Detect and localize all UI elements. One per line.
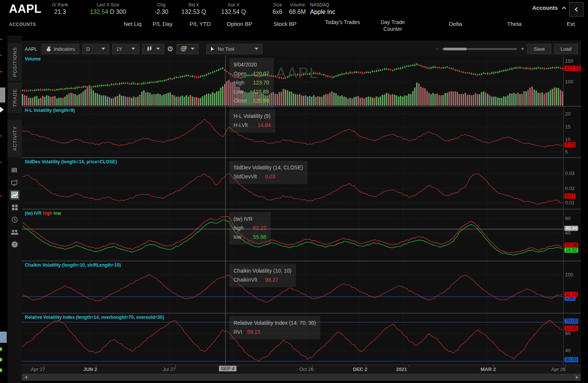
indicators-button[interactable]: Indicators bbox=[42, 44, 79, 54]
axis-badge: 11.12 bbox=[564, 292, 578, 297]
sidebar-tab-trade[interactable]: TRADE bbox=[8, 82, 22, 113]
cursor-icon bbox=[210, 46, 215, 52]
account-column-p-l-ytd: P/L YTD bbox=[179, 21, 221, 27]
panel-label: StdDev Volatility (length=14, price=CLOS… bbox=[25, 159, 117, 164]
panel-separator[interactable] bbox=[22, 261, 581, 261]
account-column-day-trade-counter: Day Trade Counter bbox=[372, 19, 413, 32]
time-axis-label: 2021 bbox=[396, 366, 407, 372]
ohlc-tooltip: 9/04/2020 Open120.07 High123.70 Low110.8… bbox=[229, 58, 274, 108]
axis-badge: 0.01 bbox=[564, 193, 576, 199]
study-tooltip: Chaikin Volatility (10, 10) ChaikinVlt98… bbox=[229, 264, 296, 287]
axis-tick: 100 bbox=[565, 79, 573, 84]
chart-toolbar: AAPL Indicators D 1Y ⚙ No Tool bbox=[22, 42, 581, 56]
chart-watermark: AAPL bbox=[276, 65, 319, 81]
stat-ask: Ask X 132.54 Q bbox=[209, 2, 258, 15]
chart-type-dropdown[interactable] bbox=[142, 44, 164, 54]
ivr-plot[interactable] bbox=[22, 210, 563, 261]
watchlist-icon[interactable] bbox=[10, 165, 20, 175]
panel-label: Relative Volatility Index (length=14, ov… bbox=[25, 315, 164, 320]
horizontal-scrollbar[interactable] bbox=[22, 374, 581, 381]
scroll-left-button[interactable] bbox=[22, 374, 29, 380]
axis-badge: 62.65 bbox=[564, 326, 578, 331]
study-tooltip: StdDev Volatility (14, CLOSE) StdDevVlt0… bbox=[229, 161, 308, 184]
chevron-down-icon bbox=[255, 48, 258, 50]
panel-label: H-L Volatility (length=9) bbox=[25, 108, 75, 113]
people-icon[interactable] bbox=[10, 227, 20, 237]
grid-icon[interactable] bbox=[10, 202, 20, 212]
axis-badge: 7.72 bbox=[564, 142, 576, 148]
time-axis-label: MAR 2 bbox=[481, 366, 496, 372]
axis-tick: 40 bbox=[565, 348, 570, 353]
panel-rvi[interactable]: Relative Volatility Index (length=14, ov… bbox=[22, 314, 563, 365]
axis-tick: 0.03 bbox=[565, 170, 574, 176]
chart-settings-button[interactable]: ⚙ bbox=[167, 45, 173, 53]
time-axis-label: Jul 27 bbox=[163, 366, 176, 372]
panel-ivr[interactable]: (tw) IVR high low (tw) IVR high62.22 low… bbox=[22, 210, 563, 261]
account-column-theta: Theta bbox=[494, 21, 535, 27]
triangle-left-icon bbox=[25, 376, 27, 379]
chevron-down-icon bbox=[101, 48, 105, 50]
axis-tick: 5 bbox=[565, 149, 568, 155]
axis-badge: 30.00 bbox=[564, 357, 578, 362]
period-dropdown[interactable]: D bbox=[82, 44, 109, 54]
history-icon[interactable] bbox=[10, 215, 20, 225]
accounts-button[interactable]: Accounts bbox=[532, 5, 566, 11]
account-column-delta: Delta bbox=[435, 21, 476, 27]
zoom-out-button[interactable]: - bbox=[436, 45, 438, 52]
panel-separator[interactable] bbox=[22, 157, 581, 158]
load-button[interactable]: Load bbox=[554, 44, 578, 54]
hl-volatility-plot[interactable] bbox=[22, 107, 563, 157]
account-column-ext: Ext bbox=[550, 21, 588, 27]
help-icon[interactable]: ? bbox=[10, 240, 20, 249]
panel-label: (tw) IVR high low bbox=[25, 211, 61, 216]
zoom-slider[interactable] bbox=[442, 48, 517, 50]
axis-tick: 40 bbox=[565, 230, 570, 236]
panel-stddev-volatility[interactable]: StdDev Volatility (length=14, price=CLOS… bbox=[22, 158, 563, 209]
triangle-right-icon bbox=[576, 376, 578, 379]
sidebar-tab-activity[interactable]: ACTIVITY bbox=[8, 120, 22, 157]
grid-layout-dropdown[interactable] bbox=[176, 44, 199, 54]
panel-hl-volatility[interactable]: H-L Volatility (length=9) H-L Volatility… bbox=[22, 107, 563, 157]
scroll-right-button[interactable] bbox=[573, 374, 580, 380]
drawing-tool-dropdown[interactable]: No Tool bbox=[206, 44, 262, 54]
time-axis-label: Apr 26 bbox=[551, 366, 565, 372]
panel-separator[interactable] bbox=[22, 106, 581, 107]
axis-tick: 60 bbox=[565, 330, 570, 336]
chevron-down-icon bbox=[156, 48, 160, 50]
panel-separator[interactable] bbox=[22, 313, 581, 314]
toolbar-symbol: AAPL bbox=[25, 46, 37, 52]
axis-tick: 0.02 bbox=[565, 185, 574, 191]
range-dropdown[interactable]: 1Y bbox=[112, 44, 139, 54]
time-axis-label: JUN 2 bbox=[83, 366, 97, 372]
indicators-flask-icon bbox=[46, 46, 51, 52]
collapse-panel-button[interactable] bbox=[569, 2, 583, 17]
zoom-in-button[interactable]: + bbox=[521, 45, 524, 52]
panel-separator[interactable] bbox=[22, 209, 581, 210]
time-axis[interactable]: Apr 27JUN 2Jul 27SEP 2Oct 26DEC 22021MAR… bbox=[22, 365, 581, 374]
zoom-slider-thumb[interactable] bbox=[443, 48, 467, 50]
svg-text:?: ? bbox=[14, 242, 16, 247]
time-axis-tick bbox=[409, 365, 409, 367]
panel-chaikin-volatility[interactable]: Chaikin Volatility (length=10, shiftLeng… bbox=[22, 262, 563, 313]
chevron-down-icon bbox=[191, 48, 194, 50]
account-column-stock-bp: Stock BP bbox=[264, 21, 306, 27]
time-axis-label: DEC 2 bbox=[353, 366, 367, 372]
study-tooltip: Relative Volatility Index (14, 70, 30) R… bbox=[229, 316, 320, 339]
chart-icon[interactable] bbox=[10, 190, 20, 200]
price-axis[interactable]: 150100132.5320151057.720.030.020.010.016… bbox=[563, 56, 581, 365]
axis-badge: 132.53 bbox=[564, 66, 581, 71]
sidebar-tab-positions[interactable]: POSITIONS bbox=[8, 43, 22, 81]
account-column-option-bp: Option BP bbox=[219, 21, 260, 27]
globe-grid-icon bbox=[181, 46, 187, 52]
save-button[interactable]: Save bbox=[527, 44, 551, 54]
time-axis-tick bbox=[238, 365, 238, 367]
axis-tick: 0.01 bbox=[565, 200, 574, 205]
chevron-left-icon bbox=[574, 7, 579, 12]
stat-iv-rank: IV Rank 21.3 bbox=[36, 2, 84, 15]
time-axis-label: Apr 27 bbox=[31, 366, 45, 372]
scrollbar-thumb[interactable] bbox=[30, 374, 572, 380]
axis-tick: 10 bbox=[565, 137, 570, 142]
account-column-p-l-day: P/L Day bbox=[142, 21, 183, 27]
monitor-icon[interactable] bbox=[10, 178, 20, 187]
axis-tick: 20 bbox=[565, 111, 570, 117]
